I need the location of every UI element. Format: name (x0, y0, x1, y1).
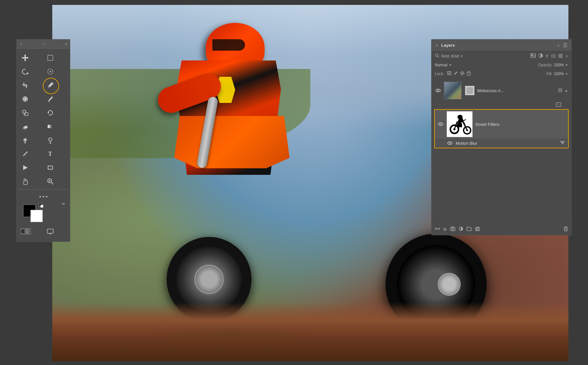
layers-toolbar-link-icon[interactable] (435, 226, 440, 232)
rear-hub (438, 273, 461, 296)
kind-dropdown[interactable]: Kind ▼ (451, 54, 463, 58)
brush-tool[interactable] (44, 92, 57, 106)
layers-close-button[interactable]: × (435, 43, 438, 48)
layers-toolbar-delete-icon[interactable] (564, 226, 568, 232)
layers-toolbar-group-icon[interactable] (466, 226, 472, 232)
kind-dropdown-chevron: ▼ (460, 55, 463, 58)
lock-label: Lock: (435, 72, 444, 76)
motion-blur-visibility[interactable] (447, 140, 453, 146)
svg-rect-24 (23, 128, 25, 129)
layers-toolbar-mask-icon[interactable] (450, 226, 455, 232)
magic-wand-tool[interactable] (44, 65, 57, 78)
svg-rect-60 (450, 71, 451, 73)
zoom-tool[interactable] (44, 175, 57, 188)
opacity-chevron: ▼ (565, 63, 568, 67)
fill-label: Fill: (547, 72, 553, 76)
layers-content: Motocross ri... ▲ (432, 78, 571, 223)
layer-mask-thumb-motocross (465, 86, 475, 95)
kind-label: Kind (441, 54, 449, 58)
lock-artboard-icon[interactable] (466, 71, 471, 76)
layer-visibility-toggle-1[interactable] (435, 87, 441, 94)
fill-section: Fill: 100% ▼ (547, 72, 568, 76)
background-color[interactable] (30, 210, 43, 222)
smart-filters-label-area: Smart Filters (475, 121, 565, 127)
kind-search-icon (435, 53, 439, 59)
toolbox-close-button[interactable]: × (19, 42, 23, 46)
history-brush-tool[interactable] (44, 106, 57, 119)
move-tool[interactable] (19, 51, 32, 64)
layer-expand-arrow-1[interactable]: ▲ (564, 89, 568, 92)
svg-rect-74 (457, 123, 462, 127)
lock-brush-icon[interactable] (453, 71, 458, 76)
pen-tool[interactable] (19, 147, 32, 160)
layers-toolbar-adjustment-icon[interactable] (459, 226, 463, 232)
layers-toolbar-new-layer-icon[interactable] (475, 226, 480, 232)
blur-tool[interactable] (19, 134, 32, 147)
toolbox-panel: × « (16, 39, 70, 242)
path-selection-tool[interactable] (19, 161, 32, 174)
svg-rect-17 (23, 98, 27, 100)
more-tools-button[interactable] (38, 193, 49, 200)
gradient-tool[interactable] (44, 120, 57, 133)
smart-filters-group[interactable]: Smart Filters Motion Blur (434, 109, 569, 148)
healing-brush-tool[interactable] (19, 92, 32, 106)
layers-panel-title: Layers (441, 43, 557, 48)
swap-colors[interactable]: ⇄ (62, 202, 65, 206)
smart-object-icon-1 (558, 88, 563, 93)
crop-tool[interactable] (19, 79, 32, 92)
blend-mode-dropdown[interactable]: Normal ▼ (435, 63, 535, 67)
type-tool[interactable]: T (44, 147, 57, 160)
dirt-splash (150, 325, 314, 345)
shape-tool[interactable] (44, 161, 57, 174)
svg-rect-1 (22, 57, 28, 58)
layers-collapse-button[interactable]: « (557, 43, 560, 48)
toolbox-collapse-button[interactable]: « (65, 41, 67, 46)
filter-shape-icon[interactable] (551, 54, 556, 59)
svg-rect-21 (25, 113, 28, 116)
quick-mask-button[interactable] (19, 225, 32, 238)
smart-filters-visibility[interactable] (437, 121, 444, 127)
layers-panel-header: × Layers « ☰ (432, 40, 571, 51)
svg-point-18 (48, 100, 50, 102)
svg-point-40 (46, 196, 47, 198)
layers-toolbar-fx-icon[interactable]: fx (443, 227, 447, 232)
dodge-tool[interactable] (44, 134, 57, 147)
svg-point-27 (24, 139, 26, 141)
lock-row: Lock: (432, 69, 571, 78)
hand-tool[interactable] (19, 175, 32, 188)
svg-marker-32 (23, 165, 28, 170)
layer-thumb-motocross (444, 82, 462, 99)
filter-adjustment-icon[interactable] (538, 53, 543, 59)
toolbox-bottom-icons (17, 224, 70, 239)
bike-frame-orange (163, 116, 301, 168)
svg-rect-33 (48, 166, 53, 169)
marquee-tool[interactable] (44, 51, 57, 64)
reset-colors[interactable] (39, 203, 43, 209)
clone-stamp-tool[interactable] (19, 106, 32, 119)
layers-panel-menu-button[interactable]: ☰ (563, 42, 567, 48)
motion-blur-label: Motion Blur (456, 141, 477, 146)
opacity-value[interactable]: 100% (554, 63, 564, 67)
svg-rect-55 (559, 54, 562, 58)
screen-mode-button[interactable] (44, 225, 57, 238)
svg-rect-65 (559, 89, 562, 92)
svg-rect-46 (47, 229, 53, 233)
svg-point-29 (49, 138, 52, 141)
lasso-tool[interactable] (19, 65, 32, 78)
eyedropper-tool[interactable] (44, 79, 57, 92)
layer-motocross[interactable]: Motocross ri... ▲ (432, 80, 571, 101)
svg-rect-6 (48, 55, 53, 60)
lock-position-icon[interactable] (460, 71, 465, 76)
filter-pixel-icon[interactable] (531, 53, 536, 59)
svg-rect-13 (48, 87, 49, 88)
eraser-tool[interactable] (19, 120, 32, 133)
motion-blur-row[interactable]: Motion Blur (435, 139, 568, 148)
fill-value[interactable]: 100% (554, 72, 564, 76)
svg-point-56 (560, 55, 561, 57)
svg-rect-10 (24, 86, 27, 86)
lock-pixels-icon[interactable] (447, 71, 451, 76)
filter-smartobject-icon[interactable] (558, 54, 563, 59)
motion-blur-options-icon[interactable] (560, 140, 565, 146)
svg-rect-63 (467, 73, 470, 75)
filter-type-icon[interactable]: T (546, 54, 548, 59)
